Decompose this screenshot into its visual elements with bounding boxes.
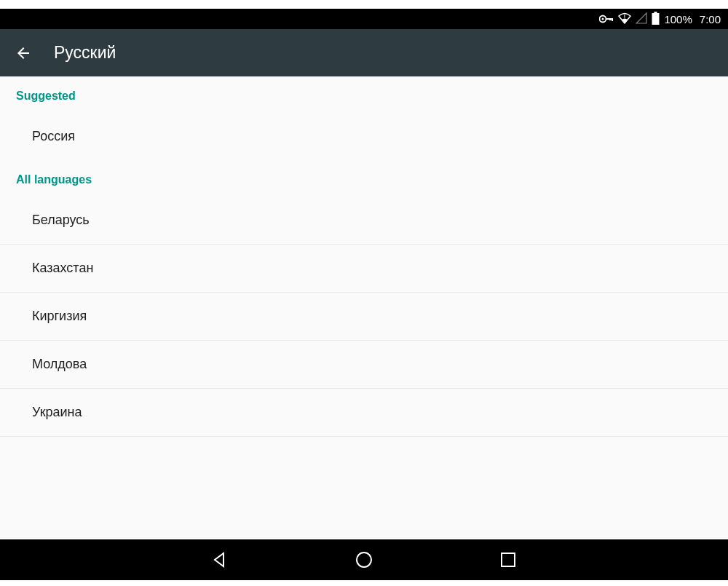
wifi-icon: ! (618, 12, 631, 26)
status-icons: ! 100% 7:00 (599, 12, 721, 27)
battery-icon (652, 12, 660, 27)
top-gap (0, 0, 728, 9)
list-item[interactable]: Молдова (0, 341, 728, 389)
svg-rect-7 (652, 13, 660, 25)
svg-rect-9 (502, 553, 515, 566)
all-languages-header: All languages (0, 160, 728, 197)
page-title: Русский (54, 43, 116, 63)
app-bar: Русский (0, 29, 728, 76)
nav-back-button[interactable] (210, 550, 230, 570)
list-item[interactable]: Россия (0, 113, 728, 160)
navigation-bar (0, 539, 728, 580)
status-clock: 7:00 (700, 13, 721, 25)
svg-rect-6 (654, 12, 657, 13)
content-area: Suggested Россия All languages Беларусь … (0, 76, 728, 539)
svg-text:!: ! (624, 14, 625, 19)
svg-point-1 (602, 17, 604, 20)
svg-rect-4 (609, 18, 611, 20)
suggested-header: Suggested (0, 76, 728, 113)
list-item[interactable]: Украина (0, 389, 728, 437)
signal-icon (636, 12, 647, 26)
battery-percent: 100% (664, 13, 692, 25)
vpn-key-icon (599, 13, 614, 25)
nav-home-button[interactable] (354, 550, 374, 570)
nav-recent-button[interactable] (498, 550, 518, 570)
svg-rect-3 (612, 18, 613, 21)
svg-point-8 (357, 553, 371, 567)
list-item[interactable]: Казахстан (0, 245, 728, 293)
bottom-gap (0, 580, 728, 586)
list-item[interactable]: Киргизия (0, 293, 728, 341)
status-bar: ! 100% 7:00 (0, 9, 728, 29)
back-button[interactable] (15, 44, 32, 62)
list-item[interactable]: Беларусь (0, 197, 728, 245)
